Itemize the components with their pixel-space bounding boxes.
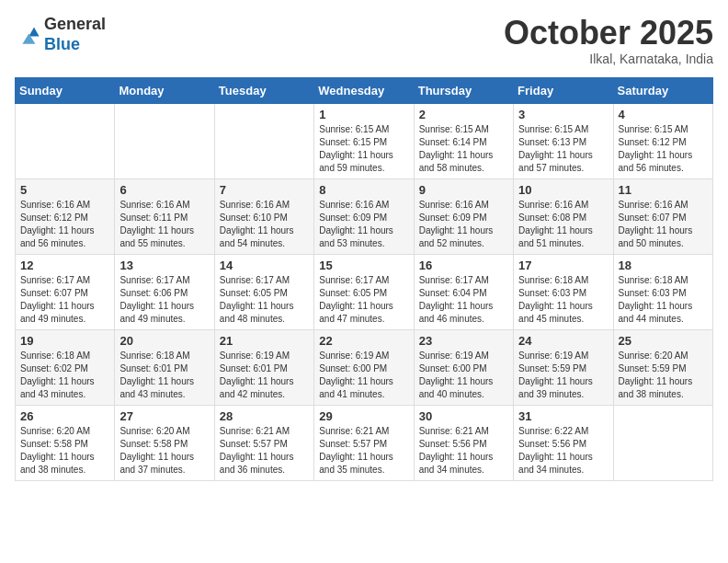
- day-number: 26: [20, 409, 109, 423]
- calendar-cell: 31Sunrise: 6:22 AM Sunset: 5:56 PM Dayli…: [514, 405, 613, 480]
- day-info: Sunrise: 6:17 AM Sunset: 6:05 PM Dayligh…: [319, 274, 408, 326]
- page-header: General Blue October 2025 Ilkal, Karnata…: [15, 15, 713, 66]
- day-number: 28: [220, 409, 309, 423]
- day-number: 1: [319, 108, 408, 121]
- day-number: 13: [119, 259, 209, 272]
- day-info: Sunrise: 6:17 AM Sunset: 6:05 PM Dayligh…: [220, 274, 309, 326]
- calendar-cell: 4Sunrise: 6:15 AM Sunset: 6:12 PM Daylig…: [613, 103, 712, 178]
- day-info: Sunrise: 6:19 AM Sunset: 5:59 PM Dayligh…: [518, 350, 608, 401]
- calendar-header: SundayMondayTuesdayWednesdayThursdayFrid…: [16, 77, 713, 103]
- calendar-cell: 20Sunrise: 6:18 AM Sunset: 6:01 PM Dayli…: [115, 329, 214, 405]
- day-number: 23: [419, 334, 508, 348]
- calendar-cell: 14Sunrise: 6:17 AM Sunset: 6:05 PM Dayli…: [214, 254, 313, 329]
- location: Ilkal, Karnataka, India: [504, 52, 713, 66]
- calendar-cell: 25Sunrise: 6:20 AM Sunset: 5:59 PM Dayli…: [613, 329, 712, 405]
- calendar-table: SundayMondayTuesdayWednesdayThursdayFrid…: [15, 77, 713, 481]
- day-info: Sunrise: 6:21 AM Sunset: 5:56 PM Dayligh…: [419, 425, 508, 477]
- day-number: 19: [20, 334, 109, 348]
- day-number: 16: [419, 259, 508, 272]
- logo: General Blue: [15, 15, 106, 54]
- day-info: Sunrise: 6:15 AM Sunset: 6:13 PM Dayligh…: [518, 123, 608, 175]
- calendar-cell: 2Sunrise: 6:15 AM Sunset: 6:14 PM Daylig…: [414, 103, 513, 178]
- day-number: 7: [220, 183, 309, 197]
- day-info: Sunrise: 6:15 AM Sunset: 6:14 PM Dayligh…: [419, 123, 508, 175]
- calendar-cell: 13Sunrise: 6:17 AM Sunset: 6:06 PM Dayli…: [115, 254, 214, 329]
- day-info: Sunrise: 6:20 AM Sunset: 5:58 PM Dayligh…: [119, 425, 209, 477]
- calendar-cell: 24Sunrise: 6:19 AM Sunset: 5:59 PM Dayli…: [514, 329, 613, 405]
- day-number: 18: [619, 259, 708, 272]
- day-info: Sunrise: 6:15 AM Sunset: 6:12 PM Dayligh…: [619, 123, 708, 175]
- weekday-header-tuesday: Tuesday: [214, 77, 313, 103]
- calendar-cell: [115, 103, 214, 178]
- calendar-cell: 26Sunrise: 6:20 AM Sunset: 5:58 PM Dayli…: [16, 405, 115, 480]
- day-number: 6: [119, 183, 209, 197]
- day-number: 10: [518, 183, 608, 197]
- calendar-week-3: 12Sunrise: 6:17 AM Sunset: 6:07 PM Dayli…: [16, 254, 713, 329]
- calendar-cell: [16, 103, 115, 178]
- day-number: 24: [518, 334, 608, 348]
- weekday-row: SundayMondayTuesdayWednesdayThursdayFrid…: [16, 77, 713, 103]
- day-number: 3: [518, 108, 608, 121]
- weekday-header-wednesday: Wednesday: [314, 77, 414, 103]
- calendar-cell: 27Sunrise: 6:20 AM Sunset: 5:58 PM Dayli…: [115, 405, 214, 480]
- day-info: Sunrise: 6:18 AM Sunset: 6:02 PM Dayligh…: [20, 350, 109, 401]
- calendar-cell: 5Sunrise: 6:16 AM Sunset: 6:12 PM Daylig…: [16, 178, 115, 254]
- weekday-header-monday: Monday: [115, 77, 214, 103]
- logo-icon: [15, 22, 40, 48]
- day-info: Sunrise: 6:16 AM Sunset: 6:09 PM Dayligh…: [419, 199, 508, 250]
- weekday-header-thursday: Thursday: [414, 77, 513, 103]
- calendar-cell: 16Sunrise: 6:17 AM Sunset: 6:04 PM Dayli…: [414, 254, 513, 329]
- month-title: October 2025: [504, 15, 713, 52]
- calendar-cell: 23Sunrise: 6:19 AM Sunset: 6:00 PM Dayli…: [414, 329, 513, 405]
- calendar-cell: 12Sunrise: 6:17 AM Sunset: 6:07 PM Dayli…: [16, 254, 115, 329]
- day-info: Sunrise: 6:20 AM Sunset: 5:58 PM Dayligh…: [20, 425, 109, 477]
- calendar-week-2: 5Sunrise: 6:16 AM Sunset: 6:12 PM Daylig…: [16, 178, 713, 254]
- weekday-header-saturday: Saturday: [613, 77, 712, 103]
- day-number: 5: [20, 183, 109, 197]
- day-number: 11: [619, 183, 708, 197]
- day-number: 2: [419, 108, 508, 121]
- day-info: Sunrise: 6:16 AM Sunset: 6:10 PM Dayligh…: [220, 199, 309, 250]
- calendar-cell: 9Sunrise: 6:16 AM Sunset: 6:09 PM Daylig…: [414, 178, 513, 254]
- day-info: Sunrise: 6:16 AM Sunset: 6:08 PM Dayligh…: [518, 199, 608, 250]
- calendar-cell: 10Sunrise: 6:16 AM Sunset: 6:08 PM Dayli…: [514, 178, 613, 254]
- calendar-cell: 6Sunrise: 6:16 AM Sunset: 6:11 PM Daylig…: [115, 178, 214, 254]
- day-number: 22: [319, 334, 408, 348]
- calendar-body: 1Sunrise: 6:15 AM Sunset: 6:15 PM Daylig…: [16, 103, 713, 480]
- calendar-cell: [214, 103, 313, 178]
- day-info: Sunrise: 6:21 AM Sunset: 5:57 PM Dayligh…: [220, 425, 309, 477]
- day-info: Sunrise: 6:19 AM Sunset: 6:00 PM Dayligh…: [419, 350, 508, 401]
- calendar-cell: 15Sunrise: 6:17 AM Sunset: 6:05 PM Dayli…: [314, 254, 414, 329]
- calendar-cell: 3Sunrise: 6:15 AM Sunset: 6:13 PM Daylig…: [514, 103, 613, 178]
- day-info: Sunrise: 6:18 AM Sunset: 6:03 PM Dayligh…: [619, 274, 708, 326]
- calendar-cell: 30Sunrise: 6:21 AM Sunset: 5:56 PM Dayli…: [414, 405, 513, 480]
- day-info: Sunrise: 6:17 AM Sunset: 6:07 PM Dayligh…: [20, 274, 109, 326]
- calendar-cell: 21Sunrise: 6:19 AM Sunset: 6:01 PM Dayli…: [214, 329, 313, 405]
- day-number: 9: [419, 183, 508, 197]
- day-number: 21: [220, 334, 309, 348]
- day-info: Sunrise: 6:18 AM Sunset: 6:01 PM Dayligh…: [119, 350, 209, 401]
- calendar-cell: 17Sunrise: 6:18 AM Sunset: 6:03 PM Dayli…: [514, 254, 613, 329]
- day-number: 8: [319, 183, 408, 197]
- calendar-week-4: 19Sunrise: 6:18 AM Sunset: 6:02 PM Dayli…: [16, 329, 713, 405]
- day-number: 20: [119, 334, 209, 348]
- day-info: Sunrise: 6:19 AM Sunset: 6:00 PM Dayligh…: [319, 350, 408, 401]
- day-number: 17: [518, 259, 608, 272]
- weekday-header-sunday: Sunday: [16, 77, 115, 103]
- calendar-cell: [613, 405, 712, 480]
- calendar-cell: 1Sunrise: 6:15 AM Sunset: 6:15 PM Daylig…: [314, 103, 414, 178]
- calendar-cell: 7Sunrise: 6:16 AM Sunset: 6:10 PM Daylig…: [214, 178, 313, 254]
- day-number: 14: [220, 259, 309, 272]
- svg-marker-0: [28, 27, 39, 36]
- day-number: 12: [20, 259, 109, 272]
- day-number: 27: [119, 409, 209, 423]
- day-info: Sunrise: 6:17 AM Sunset: 6:06 PM Dayligh…: [119, 274, 209, 326]
- day-info: Sunrise: 6:19 AM Sunset: 6:01 PM Dayligh…: [220, 350, 309, 401]
- day-number: 30: [419, 409, 508, 423]
- logo-blue-text: Blue: [44, 35, 106, 55]
- calendar-cell: 8Sunrise: 6:16 AM Sunset: 6:09 PM Daylig…: [314, 178, 414, 254]
- day-number: 31: [518, 409, 608, 423]
- day-info: Sunrise: 6:16 AM Sunset: 6:11 PM Dayligh…: [119, 199, 209, 250]
- calendar-week-5: 26Sunrise: 6:20 AM Sunset: 5:58 PM Dayli…: [16, 405, 713, 480]
- day-number: 4: [619, 108, 708, 121]
